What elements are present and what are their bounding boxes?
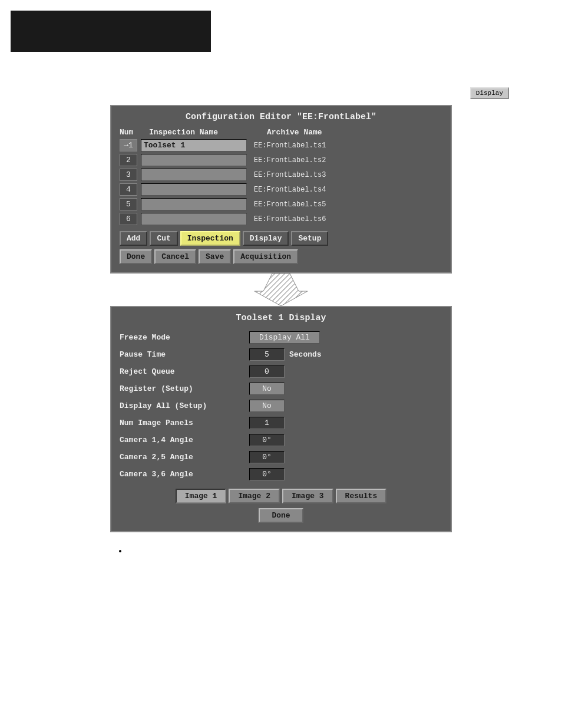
toolset-display-panel: Toolset 1 Display Freeze Mode Display Al… [110, 306, 452, 532]
config-row-4: 4 EE:FrontLabel.ts4 [120, 183, 442, 196]
col-header-num: Num [120, 128, 149, 137]
image-tabs: Image 1 Image 2 Image 3 Results [120, 489, 442, 503]
row-name-1[interactable] [141, 139, 247, 151]
register-setup-value: No [249, 383, 285, 395]
freeze-mode-value: Display All [249, 331, 320, 344]
setup-button[interactable]: Setup [291, 231, 328, 246]
camera36-angle-value: 0° [249, 468, 285, 480]
num-image-panels-label: Num Image Panels [120, 419, 249, 427]
config-toolbar-1: Add Cut Inspection Display Setup [120, 231, 442, 246]
num-image-panels-row: Num Image Panels 1 [120, 417, 442, 429]
row-archive-3: EE:FrontLabel.ts3 [250, 171, 442, 179]
reject-queue-value: 0 [249, 365, 285, 378]
row-archive-4: EE:FrontLabel.ts4 [250, 186, 442, 194]
svg-marker-1 [254, 274, 308, 306]
inspection-button[interactable]: Inspection [180, 231, 240, 246]
image-tab-3[interactable]: Image 3 [282, 489, 333, 503]
col-header-inspection: Inspection Name [149, 128, 267, 137]
image-tab-1[interactable]: Image 1 [176, 489, 227, 503]
bullet-item-1 [128, 546, 452, 556]
row-archive-6: EE:FrontLabel.ts6 [250, 215, 442, 223]
seconds-label: Seconds [289, 350, 322, 359]
pause-time-value-group: 5 Seconds [249, 348, 322, 361]
display-button-top[interactable]: Display [470, 87, 509, 99]
camera36-angle-row: Camera 3,6 Angle 0° [120, 468, 442, 480]
row-num-2: 2 [120, 154, 137, 166]
toolset-display-title: Toolset 1 Display [120, 313, 442, 323]
num-image-panels-value: 1 [249, 417, 285, 429]
done-button-config[interactable]: Done [120, 249, 152, 264]
config-row-6: 6 EE:FrontLabel.ts6 [120, 213, 442, 225]
top-bar [11, 11, 211, 52]
done-button-toolset[interactable]: Done [259, 508, 303, 523]
cut-button[interactable]: Cut [150, 231, 177, 246]
row-num-1: →1 [120, 139, 137, 151]
config-row-2: 2 EE:FrontLabel.ts2 [120, 154, 442, 166]
config-header-row: Num Inspection Name Archive Name [120, 128, 442, 137]
camera14-angle-row: Camera 1,4 Angle 0° [120, 434, 442, 446]
camera36-angle-label: Camera 3,6 Angle [120, 470, 249, 479]
row-num-6: 6 [120, 213, 137, 225]
register-setup-row: Register (Setup) No [120, 383, 442, 395]
row-name-2[interactable] [141, 154, 247, 166]
camera25-angle-label: Camera 2,5 Angle [120, 453, 249, 462]
row-name-4[interactable] [141, 183, 247, 196]
results-tab[interactable]: Results [336, 489, 387, 503]
freeze-mode-label: Freeze Mode [120, 333, 249, 342]
display-button[interactable]: Display [243, 231, 289, 246]
pause-time-value: 5 [249, 348, 285, 361]
image-tab-2[interactable]: Image 2 [229, 489, 280, 503]
row-archive-1: EE:FrontLabel.ts1 [250, 141, 442, 150]
config-row-5: 5 EE:FrontLabel.ts5 [120, 198, 442, 210]
camera14-angle-label: Camera 1,4 Angle [120, 436, 249, 444]
register-setup-label: Register (Setup) [120, 384, 249, 393]
save-button-config[interactable]: Save [199, 249, 231, 264]
display-all-setup-row: Display All (Setup) No [120, 400, 442, 412]
arrow-connector [254, 274, 308, 306]
freeze-mode-row: Freeze Mode Display All [120, 331, 442, 344]
camera14-angle-value: 0° [249, 434, 285, 446]
config-row-1: →1 EE:FrontLabel.ts1 [120, 139, 442, 151]
display-all-setup-label: Display All (Setup) [120, 401, 249, 410]
config-editor-panel: Configuration Editor "EE:FrontLabel" Num… [110, 105, 452, 274]
acquisition-button[interactable]: Acquisition [233, 249, 298, 264]
row-num-4: 4 [120, 183, 137, 196]
config-toolbar-2: Done Cancel Save Acquisition [120, 249, 442, 264]
row-archive-5: EE:FrontLabel.ts5 [250, 200, 442, 209]
camera25-angle-value: 0° [249, 451, 285, 463]
pause-time-row: Pause Time 5 Seconds [120, 348, 442, 361]
display-all-setup-value: No [249, 400, 285, 412]
row-name-3[interactable] [141, 169, 247, 181]
camera25-angle-row: Camera 2,5 Angle 0° [120, 451, 442, 463]
reject-queue-row: Reject Queue 0 [120, 365, 442, 378]
cancel-button-config[interactable]: Cancel [154, 249, 196, 264]
row-name-6[interactable] [141, 213, 247, 225]
config-editor-title: Configuration Editor "EE:FrontLabel" [120, 112, 442, 122]
reject-queue-label: Reject Queue [120, 367, 249, 376]
config-row-3: 3 EE:FrontLabel.ts3 [120, 169, 442, 181]
toolset-bottom: Image 1 Image 2 Image 3 Results Done [120, 489, 442, 523]
bullet-area [110, 546, 452, 556]
done-row: Done [120, 508, 442, 523]
row-name-5[interactable] [141, 198, 247, 210]
row-num-5: 5 [120, 198, 137, 210]
row-num-3: 3 [120, 169, 137, 181]
pause-time-label: Pause Time [120, 350, 249, 359]
row-archive-2: EE:FrontLabel.ts2 [250, 156, 442, 164]
add-button[interactable]: Add [120, 231, 147, 246]
col-header-archive: Archive Name [267, 128, 420, 137]
